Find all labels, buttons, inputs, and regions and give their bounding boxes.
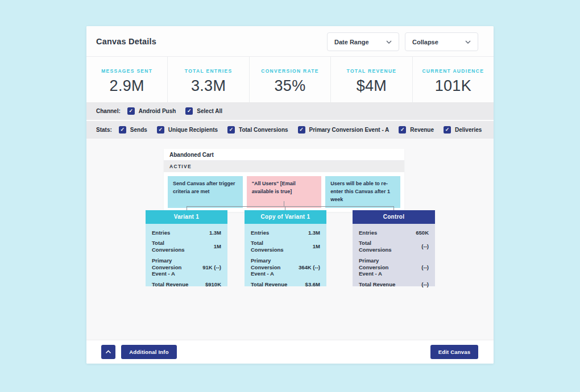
checkbox-revenue[interactable]: Revenue	[399, 126, 434, 134]
stats-filter-row: Stats: Sends Unique Recipients Total Con…	[86, 121, 494, 139]
date-range-dropdown[interactable]: Date Range	[327, 32, 399, 51]
stat-value: 1M	[214, 243, 221, 250]
stat-label: Entries	[359, 230, 377, 236]
variant-card-title: Control	[353, 210, 435, 224]
checkbox-primary-conversion-event-a[interactable]: Primary Conversion Event - A	[298, 126, 390, 134]
stat-value: (--)	[421, 264, 429, 271]
stat-label: Total Revenue	[152, 281, 188, 288]
stat-label: Primary Conversion Event - A	[152, 257, 195, 278]
stats-row-label: Stats:	[96, 127, 112, 133]
stat-label: Total Conversions	[251, 240, 294, 253]
metric-total-revenue: Total Revenue $4M	[331, 57, 412, 102]
metric-value: 35%	[250, 77, 330, 95]
panel-header: Canvas Details Date Range Collapse	[86, 26, 494, 57]
metric-value: 2.9M	[86, 77, 167, 95]
checkbox-checked-icon[interactable]	[298, 126, 305, 134]
metric-label: Current Audience	[413, 68, 494, 74]
checkbox-unique-recipients[interactable]: Unique Recipients	[157, 126, 218, 134]
chevron-up-icon	[105, 350, 111, 354]
stat-label: Entries	[152, 230, 170, 236]
checkbox-checked-icon[interactable]	[227, 126, 235, 134]
stat-label: Primary Conversion Event - A	[359, 257, 402, 278]
collapse-dropdown-label: Collapse	[412, 39, 438, 45]
variant-card-control[interactable]: Control Entries 650K Total Conversions (…	[353, 210, 435, 286]
stat-row-primary-conversion: Primary Conversion Event - A (--)	[359, 257, 429, 278]
page-title: Canvas Details	[96, 37, 156, 46]
connector-line	[187, 206, 187, 210]
panel-footer: Additional Info Edit Canvas	[86, 340, 494, 364]
chevron-down-icon	[386, 40, 392, 44]
metric-label: Total Entries	[168, 68, 248, 74]
stat-row-entries: Entries 1.3M	[251, 230, 320, 236]
canvas-diagram: Abandoned Cart ACTIVE Send Canvas after …	[86, 139, 494, 340]
stat-row-total-conversions: Total Conversions 1M	[251, 240, 320, 253]
metric-conversion-rate: Conversion Rate 35%	[250, 57, 331, 102]
additional-info-button[interactable]: Additional Info	[121, 345, 177, 359]
variant-card-stats: Entries 1.3M Total Conversions 1M Primar…	[245, 224, 326, 286]
stat-row-total-conversions: Total Conversions (--)	[359, 240, 429, 253]
edit-canvas-button[interactable]: Edit Canvas	[430, 345, 478, 359]
checkbox-checked-icon[interactable]	[119, 126, 126, 134]
stat-value: 91K (--)	[202, 264, 221, 271]
reentry-step[interactable]: Users will be able to re-enter this Canv…	[325, 176, 400, 208]
checkbox-label: Unique Recipients	[168, 127, 218, 133]
collapse-panel-button[interactable]	[101, 345, 115, 359]
variant-card-title: Copy of Variant 1	[245, 210, 326, 224]
checkbox-sends[interactable]: Sends	[119, 126, 147, 134]
stat-row-entries: Entries 650K	[359, 230, 429, 236]
trigger-step[interactable]: Send Canvas after trigger criteria are m…	[168, 176, 243, 208]
metric-value: 101K	[413, 77, 494, 95]
checkbox-total-conversions[interactable]: Total Conversions	[227, 126, 288, 134]
collapse-dropdown[interactable]: Collapse	[405, 32, 478, 51]
metric-label: Total Revenue	[331, 68, 412, 74]
checkbox-checked-icon[interactable]	[399, 126, 406, 134]
checkbox-deliveries[interactable]: Deliveries	[444, 126, 482, 134]
stat-value: (--)	[421, 243, 429, 250]
channel-row-label: Channel:	[96, 108, 121, 114]
stat-label: Total Revenue	[251, 281, 287, 288]
checkbox-label: Android Push	[139, 108, 176, 114]
variant-card-variant-1[interactable]: Variant 1 Entries 1.3M Total Conversions…	[146, 210, 227, 286]
stat-value: (--)	[421, 281, 429, 288]
stat-label: Entries	[251, 230, 269, 236]
checkbox-select-all[interactable]: Select All	[185, 107, 222, 115]
checkbox-label: Revenue	[410, 127, 434, 133]
stat-label: Primary Conversion Event - A	[251, 257, 294, 278]
stat-label: Total Revenue	[359, 281, 395, 288]
variant-card-title: Variant 1	[146, 210, 227, 224]
checkbox-label: Primary Conversion Event - A	[309, 127, 390, 133]
stat-row-total-revenue: Total Revenue (--)	[359, 281, 429, 288]
stat-value: 1.3M	[209, 230, 221, 236]
checkbox-checked-icon[interactable]	[127, 107, 135, 115]
variant-card-copy-of-variant-1[interactable]: Copy of Variant 1 Entries 1.3M Total Con…	[245, 210, 326, 286]
stat-label: Total Conversions	[359, 240, 402, 253]
metric-value: 3.3M	[168, 77, 248, 95]
variant-card-stats: Entries 1.3M Total Conversions 1M Primar…	[146, 224, 227, 286]
metric-total-entries: Total Entries 3.3M	[168, 57, 249, 102]
variant-card-stats: Entries 650K Total Conversions (--) Prim…	[353, 224, 435, 286]
checkbox-checked-icon[interactable]	[444, 126, 451, 134]
metric-label: Conversion Rate	[250, 68, 330, 74]
connector-line	[285, 206, 285, 210]
stat-row-total-revenue: Total Revenue $910K	[152, 281, 221, 288]
metric-current-audience: Current Audience 101K	[413, 57, 494, 102]
checkbox-label: Deliveries	[455, 127, 482, 133]
connector-line	[393, 206, 394, 210]
stat-row-primary-conversion: Primary Conversion Event - A 364K (--)	[251, 257, 320, 278]
connector-line	[187, 206, 394, 207]
stat-row-total-revenue: Total Revenue $3.6M	[251, 281, 320, 288]
checkbox-label: Select All	[197, 108, 222, 114]
stat-value: 650K	[416, 230, 429, 236]
stat-row-total-conversions: Total Conversions 1M	[152, 240, 221, 253]
channel-filter-row: Channel: Android Push Select All	[86, 102, 494, 120]
stat-value: 364K (--)	[299, 264, 320, 271]
metrics-row: Messages Sent 2.9M Total Entries 3.3M Co…	[86, 57, 494, 102]
checkbox-checked-icon[interactable]	[157, 126, 164, 134]
checkbox-checked-icon[interactable]	[185, 107, 193, 115]
stat-value: $910K	[205, 281, 221, 288]
date-range-dropdown-label: Date Range	[334, 39, 369, 45]
metric-label: Messages Sent	[86, 68, 167, 74]
stat-label: Total Conversions	[152, 240, 195, 253]
connector-line	[284, 201, 284, 206]
checkbox-android-push[interactable]: Android Push	[127, 107, 176, 115]
